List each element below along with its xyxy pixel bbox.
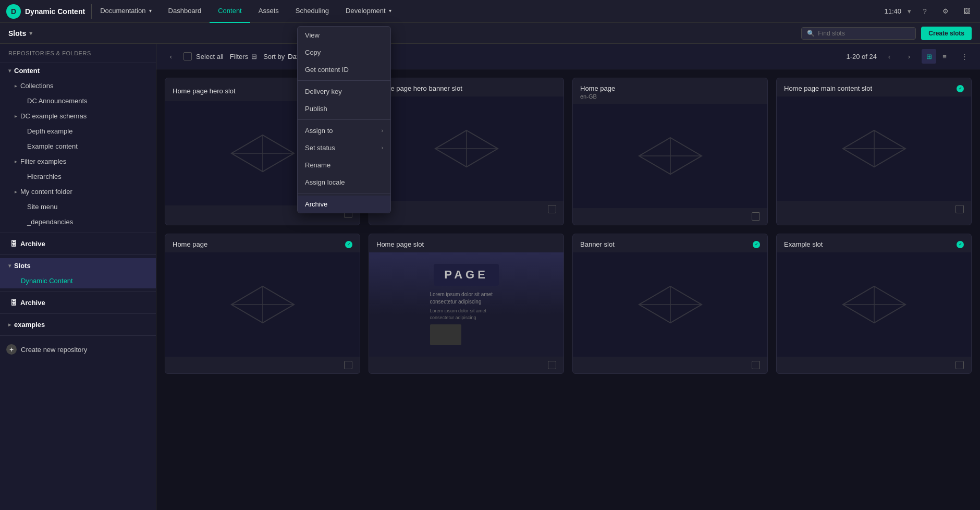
card-checkbox[interactable]: [548, 205, 556, 213]
card-example-slot[interactable]: Example slot ✓: [776, 234, 972, 374]
card-checkbox[interactable]: [956, 205, 964, 213]
sidebar-item-dependancies[interactable]: _dependancies: [0, 214, 156, 229]
select-all-label: Select all: [196, 53, 224, 60]
menu-separator-3: [298, 193, 390, 193]
nav-content[interactable]: Content: [210, 0, 250, 23]
grid-view-button[interactable]: ⊞: [922, 49, 936, 64]
card-checkbox[interactable]: [344, 361, 352, 369]
card-header: Home page ✓: [165, 234, 360, 252]
sidebar-section-slots[interactable]: ▾ Slots: [0, 258, 156, 273]
search-icon: 🔍: [807, 30, 815, 37]
sidebar-item-filter-examples[interactable]: ▸ Filter examples: [0, 154, 156, 169]
menu-item-publish[interactable]: Publish: [298, 100, 390, 117]
view-toggle: ⊞ ≡: [922, 49, 952, 64]
create-slots-button[interactable]: Create slots: [921, 27, 972, 40]
plus-icon: +: [6, 344, 17, 355]
time-dropdown-icon: ▾: [908, 7, 911, 15]
select-all-checkbox-area[interactable]: Select all: [183, 52, 224, 60]
content-grid: Home page hero slot •••: [156, 69, 980, 382]
card-home-page-engb[interactable]: Home page en-GB: [572, 78, 768, 225]
sidebar-section-archive-content[interactable]: 🗄 Archive: [0, 236, 156, 251]
card-footer: [777, 357, 971, 373]
card-checkbox[interactable]: [752, 212, 760, 221]
sidebar-item-depth-example[interactable]: Depth example: [0, 124, 156, 139]
card-body: [777, 252, 971, 357]
card-title: Banner slot: [580, 240, 615, 248]
app-name: Dynamic Content: [25, 7, 85, 16]
nav-dashboard[interactable]: Dashboard: [160, 0, 210, 23]
sidebar-item-site-menu[interactable]: Site menu: [0, 199, 156, 214]
card-header: Home page slot: [369, 234, 564, 252]
sidebar-section-content[interactable]: ▾ Content: [0, 63, 156, 78]
card-footer: [777, 201, 971, 217]
card-home-page-hero-banner-slot[interactable]: Home page hero banner slot: [369, 78, 564, 225]
card-home-page-slot-image[interactable]: Home page slot PAGE Lorem ipsum dolor si…: [369, 234, 564, 374]
chevron-right-icon: ▸: [15, 189, 17, 195]
sidebar-item-dc-example-schemas[interactable]: ▸ DC example schemas: [0, 108, 156, 124]
menu-item-set-status[interactable]: Set status ›: [298, 139, 390, 156]
filters-button[interactable]: Filters ⊟: [230, 53, 257, 60]
nav-scheduling[interactable]: Scheduling: [287, 0, 337, 23]
menu-item-assign-to[interactable]: Assign to ›: [298, 122, 390, 139]
list-view-button[interactable]: ≡: [937, 49, 952, 64]
collapse-sidebar-button[interactable]: ‹: [165, 50, 177, 63]
toolbar-right: 1-20 of 24 ‹ › ⊞ ≡ ⋮: [846, 49, 972, 64]
card-header: Home page hero banner slot: [369, 78, 564, 96]
menu-item-assign-locale[interactable]: Assign locale: [298, 174, 390, 191]
card-title: Home page: [173, 240, 207, 248]
nav-time: 11:40: [884, 7, 901, 15]
sidebar-item-dc-announcements[interactable]: DC Announcements: [0, 93, 156, 108]
search-input[interactable]: [818, 30, 910, 37]
notifications-icon[interactable]: 🖼: [959, 4, 974, 19]
slot-icon: [634, 132, 707, 179]
page-info: 1-20 of 24: [846, 53, 877, 60]
nav-development[interactable]: Development ▾: [337, 0, 400, 23]
sidebar-item-hierarchies[interactable]: Hierarchies: [0, 169, 156, 184]
menu-separator-2: [298, 119, 390, 120]
card-banner-slot[interactable]: Banner slot ✓: [572, 234, 768, 374]
more-options-button[interactable]: ⋮: [957, 49, 972, 64]
sidebar-divider-2: [0, 254, 156, 255]
sidebar-item-example-content[interactable]: Example content: [0, 139, 156, 154]
card-body: [573, 104, 767, 208]
menu-item-archive[interactable]: Archive: [298, 196, 390, 213]
card-footer: [165, 357, 360, 373]
slots-label: Slots: [8, 29, 26, 38]
slot-icon: [226, 281, 299, 328]
card-subtitle: en-GB: [580, 93, 615, 100]
page-prev-button[interactable]: ‹: [882, 49, 897, 64]
sidebar: Repositories & folders ▾ Content ▸ Colle…: [0, 44, 156, 510]
nav-assets[interactable]: Assets: [250, 0, 287, 23]
slots-dropdown-icon[interactable]: ▾: [29, 29, 33, 37]
card-home-page-2[interactable]: Home page ✓: [165, 234, 360, 374]
card-checkbox[interactable]: [752, 361, 760, 369]
chevron-down-icon: ▾: [149, 8, 152, 14]
chevron-down-icon: ▾: [8, 68, 11, 74]
nav-documentation[interactable]: Documentation ▾: [92, 0, 160, 23]
card-checkbox[interactable]: [548, 361, 556, 369]
settings-icon[interactable]: ⚙: [938, 4, 953, 19]
select-all-checkbox[interactable]: [183, 52, 192, 60]
page-next-button[interactable]: ›: [902, 49, 916, 64]
sidebar-section-archive-slots[interactable]: 🗄 Archive: [0, 295, 156, 310]
card-body: [369, 96, 564, 201]
card-header: Home page main content slot ✓: [777, 78, 971, 96]
sub-nav-left: Slots ▾: [8, 29, 33, 38]
sidebar-item-collections[interactable]: ▸ Collections: [0, 78, 156, 93]
menu-item-copy[interactable]: Copy: [298, 44, 390, 61]
create-new-repository-button[interactable]: + Create new repository: [0, 339, 156, 360]
slot-icon: [838, 125, 911, 172]
card-body: PAGE Lorem ipsum dolor sit amet consecte…: [369, 252, 564, 357]
help-icon[interactable]: ?: [917, 4, 932, 19]
menu-item-rename[interactable]: Rename: [298, 156, 390, 174]
sidebar-section-examples[interactable]: ▸ examples: [0, 317, 156, 332]
menu-item-delivery-key[interactable]: Delivery key: [298, 83, 390, 100]
card-home-page-main-content-slot[interactable]: Home page main content slot ✓: [776, 78, 972, 225]
search-box[interactable]: 🔍: [801, 27, 916, 40]
sidebar-item-dynamic-content[interactable]: Dynamic Content: [0, 273, 156, 288]
menu-item-get-content-id[interactable]: Get content ID: [298, 61, 390, 78]
sidebar-item-my-content-folder[interactable]: ▸ My content folder: [0, 184, 156, 199]
status-badge: ✓: [957, 241, 964, 248]
card-checkbox[interactable]: [956, 361, 964, 369]
app-logo[interactable]: D Dynamic Content: [6, 4, 92, 19]
